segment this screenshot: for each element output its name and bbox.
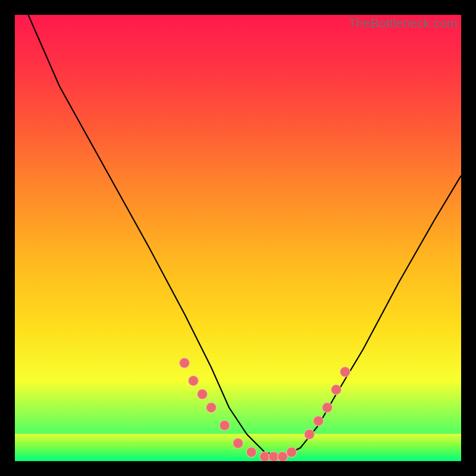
marker-dot bbox=[246, 447, 256, 458]
marker-dot bbox=[322, 403, 333, 413]
marker-dot bbox=[180, 358, 190, 368]
marker-dot bbox=[305, 430, 315, 440]
watermark-text: TheBottleneck.com bbox=[349, 16, 458, 30]
marker-dot bbox=[331, 385, 342, 395]
marker-dot bbox=[287, 447, 297, 458]
highlight-dots bbox=[180, 358, 350, 462]
marker-dot bbox=[189, 376, 199, 386]
chart-svg bbox=[15, 15, 461, 461]
marker-dot bbox=[220, 421, 230, 431]
marker-dot bbox=[340, 367, 350, 377]
marker-dot bbox=[233, 439, 243, 449]
marker-dot bbox=[269, 452, 279, 461]
marker-dot bbox=[198, 389, 208, 399]
marker-dot bbox=[314, 416, 324, 426]
bottleneck-curve bbox=[29, 15, 462, 457]
marker-dot bbox=[260, 452, 270, 461]
marker-dot bbox=[206, 403, 217, 413]
chart-frame: TheBottleneck.com bbox=[15, 15, 461, 461]
marker-dot bbox=[278, 452, 288, 461]
